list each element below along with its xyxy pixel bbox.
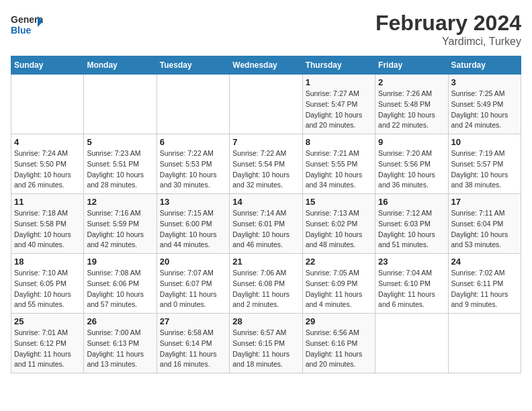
day-number: 26 [87, 316, 153, 326]
day-details: Sunrise: 7:20 AM Sunset: 5:56 PM Dayligh… [378, 148, 445, 191]
day-number: 21 [232, 257, 299, 267]
calendar-day-cell: 7Sunrise: 7:22 AM Sunset: 5:54 PM Daylig… [230, 134, 302, 194]
calendar-day-cell [84, 75, 157, 134]
calendar-day-cell: 3Sunrise: 7:25 AM Sunset: 5:49 PM Daylig… [448, 75, 521, 134]
calendar-day-cell: 18Sunrise: 7:10 AM Sunset: 6:05 PM Dayli… [11, 254, 84, 314]
calendar-day-cell: 20Sunrise: 7:07 AM Sunset: 6:07 PM Dayli… [157, 254, 229, 314]
calendar-day-cell [230, 75, 302, 134]
header-monday: Monday [84, 56, 157, 75]
calendar-week-row: 25Sunrise: 7:01 AM Sunset: 6:12 PM Dayli… [11, 314, 521, 373]
days-header-row: Sunday Monday Tuesday Wednesday Thursday… [11, 56, 521, 75]
day-details: Sunrise: 7:25 AM Sunset: 5:49 PM Dayligh… [451, 89, 518, 131]
day-details: Sunrise: 7:06 AM Sunset: 6:08 PM Dayligh… [232, 268, 299, 310]
day-details: Sunrise: 7:26 AM Sunset: 5:48 PM Dayligh… [378, 89, 445, 131]
day-details: Sunrise: 7:00 AM Sunset: 6:13 PM Dayligh… [87, 328, 153, 370]
day-number: 14 [232, 197, 299, 207]
day-number: 10 [451, 137, 518, 147]
day-number: 9 [378, 137, 445, 147]
header-wednesday: Wednesday [230, 56, 302, 75]
calendar-day-cell: 14Sunrise: 7:14 AM Sunset: 6:01 PM Dayli… [230, 194, 302, 254]
calendar-day-cell [448, 314, 521, 373]
day-details: Sunrise: 7:11 AM Sunset: 6:04 PM Dayligh… [451, 208, 518, 250]
day-details: Sunrise: 7:14 AM Sunset: 6:01 PM Dayligh… [232, 208, 299, 250]
calendar-day-cell: 26Sunrise: 7:00 AM Sunset: 6:13 PM Dayli… [84, 314, 157, 373]
calendar-day-cell [11, 75, 84, 134]
calendar-day-cell: 2Sunrise: 7:26 AM Sunset: 5:48 PM Daylig… [375, 75, 448, 134]
calendar-day-cell: 11Sunrise: 7:18 AM Sunset: 5:58 PM Dayli… [11, 194, 84, 254]
page-header: General Blue February 2024 Yardimci, Tur… [11, 11, 521, 48]
calendar-day-cell: 27Sunrise: 6:58 AM Sunset: 6:14 PM Dayli… [157, 314, 229, 373]
day-details: Sunrise: 7:07 AM Sunset: 6:07 PM Dayligh… [160, 268, 226, 310]
day-details: Sunrise: 7:08 AM Sunset: 6:06 PM Dayligh… [87, 268, 153, 310]
day-details: Sunrise: 6:56 AM Sunset: 6:16 PM Dayligh… [306, 328, 372, 370]
day-number: 28 [232, 316, 299, 326]
header-sunday: Sunday [11, 56, 84, 75]
day-number: 11 [14, 197, 81, 207]
calendar-day-cell: 8Sunrise: 7:21 AM Sunset: 5:55 PM Daylig… [302, 134, 375, 194]
calendar-week-row: 4Sunrise: 7:24 AM Sunset: 5:50 PM Daylig… [11, 134, 521, 194]
calendar-day-cell: 1Sunrise: 7:27 AM Sunset: 5:47 PM Daylig… [302, 75, 375, 134]
day-number: 29 [306, 316, 372, 326]
day-details: Sunrise: 6:58 AM Sunset: 6:14 PM Dayligh… [160, 328, 226, 370]
day-details: Sunrise: 7:22 AM Sunset: 5:53 PM Dayligh… [160, 148, 226, 191]
header-tuesday: Tuesday [157, 56, 229, 75]
day-number: 5 [87, 137, 153, 147]
day-number: 17 [451, 197, 518, 207]
day-number: 15 [306, 197, 372, 207]
day-details: Sunrise: 7:23 AM Sunset: 5:51 PM Dayligh… [87, 148, 153, 191]
calendar-day-cell: 23Sunrise: 7:04 AM Sunset: 6:10 PM Dayli… [375, 254, 448, 314]
day-details: Sunrise: 7:22 AM Sunset: 5:54 PM Dayligh… [232, 148, 299, 191]
calendar-day-cell: 4Sunrise: 7:24 AM Sunset: 5:50 PM Daylig… [11, 134, 84, 194]
calendar-day-cell: 10Sunrise: 7:19 AM Sunset: 5:57 PM Dayli… [448, 134, 521, 194]
calendar-day-cell: 16Sunrise: 7:12 AM Sunset: 6:03 PM Dayli… [375, 194, 448, 254]
day-number: 12 [87, 197, 153, 207]
day-details: Sunrise: 7:05 AM Sunset: 6:09 PM Dayligh… [306, 268, 372, 310]
calendar-table: Sunday Monday Tuesday Wednesday Thursday… [11, 56, 521, 373]
day-details: Sunrise: 7:13 AM Sunset: 6:02 PM Dayligh… [306, 208, 372, 250]
day-number: 27 [160, 316, 226, 326]
day-details: Sunrise: 7:15 AM Sunset: 6:00 PM Dayligh… [160, 208, 226, 250]
day-number: 18 [14, 257, 81, 267]
calendar-day-cell: 29Sunrise: 6:56 AM Sunset: 6:16 PM Dayli… [302, 314, 375, 373]
day-details: Sunrise: 7:04 AM Sunset: 6:10 PM Dayligh… [378, 268, 445, 310]
calendar-day-cell: 5Sunrise: 7:23 AM Sunset: 5:51 PM Daylig… [84, 134, 157, 194]
calendar-day-cell: 22Sunrise: 7:05 AM Sunset: 6:09 PM Dayli… [302, 254, 375, 314]
calendar-day-cell: 17Sunrise: 7:11 AM Sunset: 6:04 PM Dayli… [448, 194, 521, 254]
header-saturday: Saturday [448, 56, 521, 75]
day-number: 24 [451, 257, 518, 267]
day-details: Sunrise: 6:57 AM Sunset: 6:15 PM Dayligh… [232, 328, 299, 370]
calendar-week-row: 1Sunrise: 7:27 AM Sunset: 5:47 PM Daylig… [11, 75, 521, 134]
day-details: Sunrise: 7:12 AM Sunset: 6:03 PM Dayligh… [378, 208, 445, 250]
day-details: Sunrise: 7:27 AM Sunset: 5:47 PM Dayligh… [306, 89, 372, 131]
header-thursday: Thursday [302, 56, 375, 75]
logo-icon: General Blue [11, 11, 43, 38]
calendar-day-cell: 12Sunrise: 7:16 AM Sunset: 5:59 PM Dayli… [84, 194, 157, 254]
day-number: 7 [232, 137, 299, 147]
calendar-day-cell: 6Sunrise: 7:22 AM Sunset: 5:53 PM Daylig… [157, 134, 229, 194]
day-number: 22 [306, 257, 372, 267]
day-details: Sunrise: 7:02 AM Sunset: 6:11 PM Dayligh… [451, 268, 518, 310]
calendar-day-cell: 9Sunrise: 7:20 AM Sunset: 5:56 PM Daylig… [375, 134, 448, 194]
calendar-day-cell [375, 314, 448, 373]
calendar-week-row: 11Sunrise: 7:18 AM Sunset: 5:58 PM Dayli… [11, 194, 521, 254]
day-number: 23 [378, 257, 445, 267]
calendar-day-cell: 19Sunrise: 7:08 AM Sunset: 6:06 PM Dayli… [84, 254, 157, 314]
day-number: 16 [378, 197, 445, 207]
day-number: 6 [160, 137, 226, 147]
day-details: Sunrise: 7:19 AM Sunset: 5:57 PM Dayligh… [451, 148, 518, 191]
day-number: 25 [14, 316, 81, 326]
day-number: 8 [306, 137, 372, 147]
calendar-day-cell: 13Sunrise: 7:15 AM Sunset: 6:00 PM Dayli… [157, 194, 229, 254]
day-details: Sunrise: 7:16 AM Sunset: 5:59 PM Dayligh… [87, 208, 153, 250]
day-details: Sunrise: 7:24 AM Sunset: 5:50 PM Dayligh… [14, 148, 81, 191]
day-number: 4 [14, 137, 81, 147]
calendar-subtitle: Yardimci, Turkey [375, 36, 521, 48]
header-friday: Friday [375, 56, 448, 75]
day-number: 2 [378, 77, 445, 87]
title-block: February 2024 Yardimci, Turkey [375, 11, 521, 48]
calendar-day-cell: 21Sunrise: 7:06 AM Sunset: 6:08 PM Dayli… [230, 254, 302, 314]
calendar-day-cell: 25Sunrise: 7:01 AM Sunset: 6:12 PM Dayli… [11, 314, 84, 373]
calendar-day-cell [157, 75, 229, 134]
day-details: Sunrise: 7:10 AM Sunset: 6:05 PM Dayligh… [14, 268, 81, 310]
day-number: 1 [306, 77, 372, 87]
